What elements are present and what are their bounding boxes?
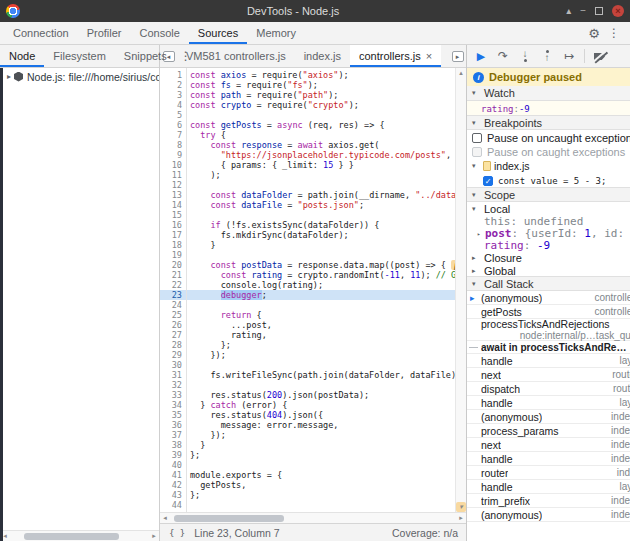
line-number[interactable]: 19 — [160, 250, 186, 260]
pretty-print-button[interactable]: { } — [168, 527, 186, 539]
line-number[interactable]: 14 — [160, 200, 186, 210]
line-number[interactable]: 16 — [160, 220, 186, 230]
line-number[interactable]: 42 — [160, 480, 186, 490]
callstack-frame[interactable]: process_paramsindex.js:346 — [467, 424, 630, 438]
editor-hscrollbar[interactable]: ◂ ▸ — [160, 512, 466, 523]
tab-sources[interactable]: Sources — [189, 22, 247, 44]
breakpoints-section-header[interactable]: ▾ Breakpoints — [467, 115, 630, 130]
pause-uncaught-row[interactable]: Pause on uncaught exceptions — [467, 130, 630, 145]
line-number[interactable]: 6 — [160, 120, 186, 130]
line-number[interactable]: 32 — [160, 380, 186, 390]
line-number[interactable]: 37 — [160, 430, 186, 440]
callstack-frame[interactable]: handleindex.js:175 — [467, 452, 630, 466]
breakpoint-file-group[interactable]: ▾ index.js — [467, 159, 630, 173]
callstack-frame[interactable]: processTicksAndRejectionsnode:internal/p… — [467, 319, 630, 341]
navigator-tab-node[interactable]: Node — [0, 45, 44, 67]
line-number[interactable]: 36 — [160, 420, 186, 430]
editor-vscrollbar[interactable]: ▴ ▾ — [455, 68, 466, 512]
line-number[interactable]: 4 — [160, 100, 186, 110]
tab-memory[interactable]: Memory — [247, 22, 305, 44]
resume-button[interactable]: ▶ — [471, 47, 491, 65]
line-number[interactable]: 40 — [160, 460, 186, 470]
line-number[interactable]: 41 — [160, 470, 186, 480]
navigator-hscrollbar[interactable]: ◂ ▸ — [0, 530, 159, 541]
step-into-button[interactable]: ↓ — [515, 47, 535, 65]
callstack-frame[interactable]: nextindex.js:280 — [467, 438, 630, 452]
line-number[interactable]: 22 — [160, 280, 186, 290]
line-number[interactable]: 2 — [160, 80, 186, 90]
tab-console[interactable]: Console — [131, 22, 189, 44]
scroll-right-icon[interactable]: ▸ — [456, 513, 466, 523]
callstack-frame[interactable]: handlelayer.js:95 — [467, 480, 630, 494]
line-number[interactable]: 15 — [160, 210, 186, 220]
editor-tab-index-js[interactable]: index.js — [295, 45, 350, 67]
line-number[interactable]: 28 — [160, 340, 186, 350]
tab-connection[interactable]: Connection — [4, 22, 78, 44]
scope-section-header[interactable]: ▾ Scope — [467, 187, 630, 202]
line-number[interactable]: 18 — [160, 240, 186, 250]
line-number[interactable]: 44 — [160, 500, 186, 510]
callstack-frame[interactable]: trim_prefixindex.js:328 — [467, 494, 630, 508]
line-number[interactable]: 8 — [160, 140, 186, 150]
close-tab-icon[interactable]: × — [426, 50, 432, 62]
editor-tab-controllers-js[interactable]: controllers.js× — [350, 45, 441, 67]
line-number[interactable]: 17 — [160, 230, 186, 240]
line-number[interactable]: 21 — [160, 270, 186, 280]
line-number[interactable]: 43 — [160, 490, 186, 500]
shade-window-icon[interactable]: ▴ — [566, 6, 571, 16]
close-icon[interactable]: × — [612, 5, 624, 17]
scroll-up-icon[interactable]: ▴ — [456, 68, 466, 78]
tab-profiler[interactable]: Profiler — [78, 22, 131, 44]
breakpoint-entry[interactable]: ✓ const value = 5 - 3; 14 — [467, 173, 630, 188]
pause-uncaught-checkbox[interactable] — [472, 133, 482, 143]
scroll-left-icon[interactable]: ◂ — [0, 531, 10, 541]
navigator-tab-filesystem[interactable]: Filesystem — [44, 45, 115, 67]
line-number[interactable]: 24 — [160, 300, 186, 310]
line-number[interactable]: 31 — [160, 370, 186, 380]
line-number[interactable]: 35 — [160, 410, 186, 420]
callstack-section-header[interactable]: ▾ Call Stack — [467, 276, 630, 291]
maximize-icon[interactable] — [595, 7, 603, 15]
tree-item-nodejs-target[interactable]: ▸ Node.js: file:///home/sirius/coding/a — [0, 68, 159, 85]
line-number[interactable]: 29 — [160, 350, 186, 360]
step-button[interactable]: ↦ — [559, 47, 579, 65]
navigator-menu-kebab-icon[interactable]: ⋮ — [176, 45, 196, 67]
line-number[interactable]: 9 — [160, 150, 186, 160]
breakpoint-checkbox[interactable]: ✓ — [483, 176, 493, 186]
line-number[interactable]: 34 — [160, 400, 186, 410]
minimize-icon[interactable]: − — [580, 6, 586, 16]
line-number[interactable]: 20 — [160, 260, 186, 270]
line-number[interactable]: 33 — [160, 390, 186, 400]
tree-expander-icon[interactable]: ▸ — [7, 72, 11, 81]
deactivate-breakpoints-button[interactable] — [590, 47, 610, 65]
scope-local-group[interactable]: ▾ Local — [467, 202, 630, 215]
line-number[interactable]: 38 — [160, 440, 186, 450]
step-out-button[interactable]: ↑ — [537, 47, 557, 65]
scope-closure-group[interactable]: ▸ Closure — [467, 251, 630, 264]
expand-icon[interactable]: ▸ — [477, 230, 485, 237]
line-number[interactable]: 1 — [160, 70, 186, 80]
line-number[interactable]: 23 — [160, 290, 186, 300]
line-number[interactable]: 3 — [160, 90, 186, 100]
line-number[interactable]: 13 — [160, 190, 186, 200]
callstack-frame[interactable]: (anonymous)controllers.js:23 — [467, 291, 630, 305]
callstack-frame[interactable]: (anonymous)index.js:286 — [467, 508, 630, 522]
line-number[interactable]: 10 — [160, 160, 186, 170]
line-number[interactable]: 27 — [160, 330, 186, 340]
line-number[interactable]: 39 — [160, 450, 186, 460]
line-number[interactable]: 30 — [160, 360, 186, 370]
scroll-right-icon[interactable]: ▸ — [149, 531, 159, 541]
callstack-frame[interactable]: (anonymous)index.js:284 — [467, 410, 630, 424]
callstack-frame[interactable]: routerindex.js:47 — [467, 466, 630, 480]
watch-section-header[interactable]: ▾ Watch + ↻ — [467, 86, 630, 101]
main-menu-kebab-icon[interactable]: ⋮ — [604, 26, 624, 40]
callstack-frame[interactable]: dispatchroute.js:114 — [467, 382, 630, 396]
line-number[interactable]: 25 — [160, 310, 186, 320]
line-number[interactable]: 7 — [160, 130, 186, 140]
scope-post-entry[interactable]: ▸ post: {userId: 1, id: 1, tit — [467, 227, 630, 239]
more-tabs-button[interactable]: ▸ — [449, 45, 466, 67]
scroll-down-icon[interactable]: ▾ — [456, 502, 466, 512]
line-number[interactable]: 12 — [160, 180, 186, 190]
step-over-button[interactable]: ↷ — [493, 47, 513, 65]
scroll-left-icon[interactable]: ◂ — [160, 513, 170, 523]
